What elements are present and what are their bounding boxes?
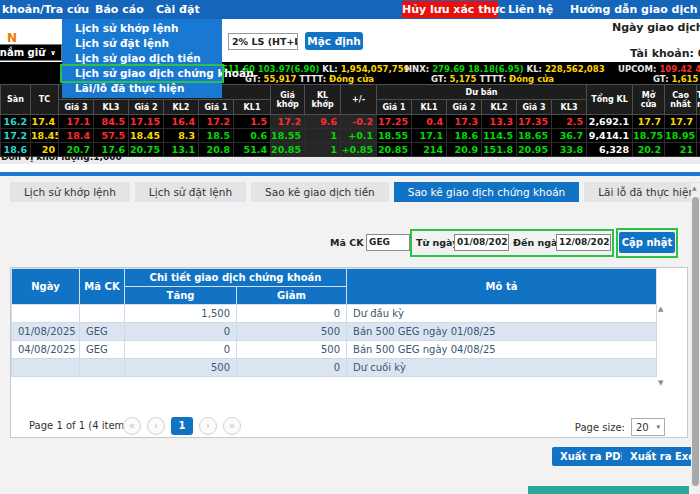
menu-item-settings[interactable]: Cài đặt <box>156 3 200 16</box>
board-cell: 20.7 <box>59 143 94 157</box>
statement-row[interactable]: 500 0 Dư cuối kỳ <box>12 359 657 377</box>
board-header-matched-price: Giá khớp <box>271 85 305 115</box>
statement-cell-description: Dư đầu kỳ <box>347 305 657 323</box>
statement-header-increase: Tăng <box>125 287 237 305</box>
menu-item-realized-pnl[interactable]: Lãi/lỗ đã thực hiện <box>62 81 222 96</box>
statement-cell-symbol <box>80 359 125 377</box>
to-date-input[interactable]: 12/08/2025 <box>556 234 611 251</box>
page-size-control: Page size: 20 ▾ <box>575 418 665 436</box>
statement-row[interactable]: 01/08/2025 GEG 0 500 Bán 500 GEG ngày 01… <box>12 323 657 341</box>
tab-matched-order-history[interactable]: Lịch sử khớp lệnh <box>10 182 130 202</box>
export-excel-button[interactable]: Xuất ra Excel <box>622 447 700 466</box>
board-row[interactable]: 17.218.45 18.457.5 18.458.3 18.50.6 18.5… <box>1 129 700 143</box>
cancel-auth-button[interactable]: Hủy lưu xác thực <box>402 1 498 18</box>
menu-item-order-history[interactable]: Lịch sử đặt lệnh <box>62 36 222 51</box>
board-header-matched-volume: KL khớp <box>305 85 341 115</box>
statement-cell-decrease: 500 <box>237 341 347 359</box>
vertical-scrollbar[interactable]: ▲ <box>691 183 700 494</box>
rate-select[interactable]: 2% LS (HT+L ∨ <box>228 33 298 50</box>
board-body: 16.217.4 17.184.5 17.1516.4 17.21.5 17.2… <box>1 115 700 157</box>
tab-realized-pnl[interactable]: Lãi lỗ đã thực hiện <box>584 182 700 202</box>
board-cell: 84.5 <box>94 115 129 129</box>
statement-row[interactable]: 04/08/2025 GEG 0 500 Bán 500 GEG ngày 04… <box>12 341 657 359</box>
board-cell: 13.3 <box>482 115 517 129</box>
statement-row[interactable]: 1,500 0 Dư đầu kỳ <box>12 305 657 323</box>
update-button[interactable]: Cập nhật <box>619 232 675 253</box>
symbol-input[interactable]: GEG <box>366 234 410 251</box>
hnx-index-value: 279.69 <box>432 64 465 74</box>
board-cell: 18.45 <box>129 129 164 143</box>
board-cell: 8.3 <box>164 129 199 143</box>
board-cell: 17.2 <box>199 115 234 129</box>
prev-page-icon[interactable]: ‹ <box>147 417 165 435</box>
board-row[interactable]: 16.217.4 17.184.5 17.1516.4 17.21.5 17.2… <box>1 115 700 129</box>
board-cell: 17.2 <box>271 115 305 129</box>
menu-item-reports[interactable]: Báo cáo <box>95 3 144 16</box>
board-subheader: KL1 <box>234 100 271 115</box>
board-cell: 17.25 <box>377 115 412 129</box>
board-cell: 20.8 <box>199 143 234 157</box>
menu-item-contact[interactable]: Liên hệ <box>508 3 553 16</box>
board-cell: 20.95 <box>517 143 552 157</box>
board-cell: 21 <box>665 143 697 157</box>
report-tabs: Lịch sử khớp lệnh Lịch sử đặt lệnh Sao k… <box>10 182 700 202</box>
default-button[interactable]: Mặc định <box>305 32 363 50</box>
statement-cell-date: 01/08/2025 <box>12 323 80 341</box>
tab-order-history[interactable]: Lịch sử đặt lệnh <box>135 182 246 202</box>
current-page-button[interactable]: 1 <box>171 417 193 435</box>
board-cell: 9,414.1 <box>587 129 633 143</box>
scrollbar-up-icon[interactable]: ▲ <box>692 184 697 191</box>
board-header-change: +/- <box>341 85 377 115</box>
menu-item-cash-transaction-history[interactable]: Lịch sử giao dịch tiền <box>62 51 222 66</box>
statement-cell-symbol: GEG <box>80 323 125 341</box>
statement-cell-decrease: 0 <box>237 359 347 377</box>
board-cell: 18.55 <box>271 129 305 143</box>
board-header-ask-group: Dư bán <box>377 85 587 100</box>
upcom-label: UPCOM: <box>618 64 656 74</box>
from-date-input[interactable]: 01/08/2025 <box>454 234 509 251</box>
board-header-low: Thấp nhất <box>697 85 700 115</box>
board-cell: 214 <box>412 143 447 157</box>
scrollbar-thumb[interactable] <box>692 197 699 486</box>
board-cell: 1.5 <box>234 115 271 129</box>
statement-cell-increase: 1,500 <box>125 305 237 323</box>
board-cell <box>697 115 700 129</box>
grid-scroll-up-icon[interactable]: ▲ <box>658 306 663 313</box>
statement-cell-date <box>12 359 80 377</box>
board-row[interactable]: 18.620 20.717.6 20.7513.1 20.851.4 20.85… <box>1 143 700 157</box>
board-cell: 17.15 <box>129 115 164 129</box>
tab-stock-statement[interactable]: Sao kê giao dịch chứng khoán <box>394 182 579 202</box>
first-page-icon[interactable]: « <box>123 417 141 435</box>
board-cell: +0.1 <box>341 129 377 143</box>
menubar: khoản/Tra cứu Báo cáo Cài đặt Hủy lưu xá… <box>0 0 700 19</box>
board-header-total-volume: Tổng KL <box>587 85 633 115</box>
menu-item-matched-order-history[interactable]: Lịch sử khớp lệnh <box>62 21 222 36</box>
account-label: Tài khoản: 0 <box>630 47 700 60</box>
board-cell: 17.7 <box>633 115 665 129</box>
holding-select[interactable]: ng nắm giữ ∨ <box>0 44 62 61</box>
grid-scroll-down-icon[interactable]: ▼ <box>658 380 663 387</box>
menu-item-account-lookup[interactable]: khoản/Tra cứu <box>2 3 89 16</box>
board-cell: 17.3 <box>447 115 482 129</box>
board-cell: 18.55 <box>377 129 412 143</box>
next-page-icon[interactable]: › <box>199 417 217 435</box>
last-page-icon[interactable]: » <box>223 417 241 435</box>
page-size-select[interactable]: 20 ▾ <box>631 418 665 436</box>
board-cell: 20.75 <box>129 143 164 157</box>
page-size-value: 20 <box>636 422 649 433</box>
hnx-gt-value: 5,175 <box>450 74 477 84</box>
board-subheader: KL1 <box>412 100 447 115</box>
hose-kl-label: KL: <box>322 64 337 74</box>
board-cell: 13.1 <box>164 143 199 157</box>
reports-dropdown-menu: Lịch sử khớp lệnh Lịch sử đặt lệnh Lịch … <box>62 19 222 98</box>
board-subheader: KL3 <box>94 100 129 115</box>
statement-header-symbol: Mã CK <box>80 269 125 305</box>
tab-cash-statement[interactable]: Sao kê giao dịch tiền <box>251 182 389 202</box>
board-cell: 18.95 <box>665 129 697 143</box>
statement-body: 1,500 0 Dư đầu kỳ 01/08/2025 GEG 0 500 B… <box>12 305 657 377</box>
trade-date-label: Ngày giao dịch <box>612 21 700 34</box>
menu-item-stock-transaction-history[interactable]: Lịch sử giao dịch chứng khoán <box>62 66 222 81</box>
hnx-kl-value: 228,562,083 <box>545 64 605 74</box>
menu-item-trading-guide[interactable]: Hướng dẫn giao dịch <box>570 3 698 16</box>
board-subheader: Giá 2 <box>129 100 164 115</box>
